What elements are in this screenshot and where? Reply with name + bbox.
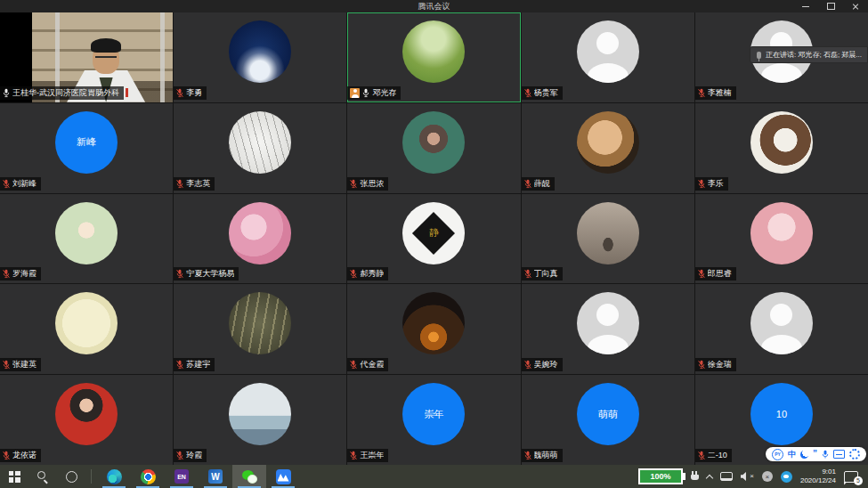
host-badge-icon [350,88,360,98]
avatar-text: 静 [429,226,439,240]
taskbar-clock[interactable]: 9:01 2020/12/24 [800,468,836,485]
participant-name: 刘新峰 [12,178,37,190]
participant-tile[interactable]: 苏建宇 [174,284,346,374]
microphone-icon [524,451,531,460]
participant-avatar [750,202,813,264]
avatar-text: 10 [776,409,787,419]
taskbar-app-chrome[interactable] [131,465,165,488]
avatar-text: 崇年 [424,408,443,421]
participant-name-label: 杨贵军 [522,86,563,100]
participant-tile[interactable]: 玲霞 [174,375,346,465]
notification-center-icon[interactable]: 5 [844,471,858,483]
participant-name-label: 李志英 [174,177,215,191]
pinyin-logo-icon[interactable]: PY [772,449,783,460]
participant-tile[interactable]: 丁向真 [522,194,694,284]
participant-name-label: 郝秀静 [347,267,388,281]
word-icon: W [208,469,223,484]
participant-tile[interactable]: 新峰 刘新峰 [0,103,173,193]
participant-name: 二-10 [708,450,727,461]
participant-tile[interactable]: 崇年 王崇年 [347,375,520,465]
participant-tile[interactable]: 龙依诺 [0,375,173,465]
microphone-icon [524,269,531,279]
participant-avatar [229,383,291,445]
microphone-icon [524,360,531,370]
participant-tile[interactable]: 代金霞 [347,284,520,374]
punctuation-icon[interactable]: ” [813,451,817,457]
speaking-tooltip-text: 正在讲话: 邓光存; 石磊; 郑晨... [766,50,862,60]
taskbar-app-word[interactable]: W [199,465,232,488]
participant-tile[interactable]: 张建英 [0,284,173,374]
taskbar-app-edge[interactable] [97,465,131,488]
participant-tile[interactable]: 萌萌 魏萌萌 [522,375,694,465]
participant-name: 薛靓 [534,178,550,190]
participant-tile[interactable]: 李志英 [174,103,346,193]
participant-tile[interactable]: 张思浓 [347,103,520,193]
participant-grid: 王桂华-武汉同济医院胃肠外科 李勇 邓光存 [0,12,868,465]
participant-avatar: 萌萌 [577,383,639,445]
chevron-up-icon[interactable] [706,474,713,481]
minimize-button[interactable] [793,0,818,12]
ime-toolbar: PY 中 ” [766,447,866,461]
title-bar: 腾讯会议 [0,0,868,12]
participant-name: 玲霞 [186,450,202,461]
participant-tile[interactable]: 李乐 [695,103,868,193]
night-mode-icon[interactable] [800,451,808,459]
cortana-icon [66,471,77,483]
voice-input-icon[interactable] [822,450,829,460]
participant-tile[interactable]: 王桂华-武汉同济医院胃肠外科 [0,12,173,102]
search-button[interactable] [28,465,57,488]
cortana-button[interactable] [57,465,85,488]
microphone-icon [176,88,183,98]
participant-name: 魏萌萌 [534,450,558,461]
participant-name: 代金霞 [360,359,384,370]
chinese-mode-indicator[interactable]: 中 [788,449,796,460]
participant-avatar [750,111,813,174]
maximize-button[interactable] [818,0,843,12]
taskbar-app-tencent-meeting[interactable] [266,465,300,488]
participant-name-label: 王桂华-武汉同济医院胃肠外科 [0,86,124,100]
system-tray: 100% × 9:01 2020/12/24 5 [638,465,868,488]
participant-avatar [577,20,639,83]
speaker-muted-icon[interactable] [741,471,754,482]
participant-name-label: 邓光存 [347,86,401,100]
participant-tile[interactable]: 吴婉玲 [522,284,694,374]
gray-close-icon[interactable]: × [762,471,773,482]
battery-indicator[interactable]: 100% [638,468,683,484]
participant-avatar [229,20,291,83]
microphone-icon [698,269,705,279]
plug-icon[interactable] [691,471,699,483]
keyboard-icon[interactable] [833,450,845,459]
microphone-icon [350,269,357,279]
participant-tile[interactable]: 郎思睿 [695,194,868,284]
touchpad-icon[interactable] [720,472,733,481]
participant-tile[interactable]: 徐金瑞 [695,284,868,374]
taskbar-left: EN W [0,465,300,488]
participant-name: 邓光存 [372,87,396,99]
settings-gear-icon[interactable] [849,449,860,460]
microphone-icon [362,88,369,98]
taskbar-app-wechat[interactable] [232,465,266,488]
blue-app-tray-icon[interactable] [781,471,792,483]
participant-tile[interactable]: 杨贵军 [522,12,694,102]
taskbar-app-endnote[interactable]: EN [165,465,199,488]
participant-avatar [402,20,465,83]
microphone-icon [3,451,10,460]
participant-name: 徐金瑞 [708,359,732,370]
start-button[interactable] [0,465,28,488]
participant-tile[interactable]: 宁夏大学杨易 [174,194,346,284]
participant-tile[interactable]: 薛靓 [522,103,694,193]
microphone-icon [698,88,705,98]
clock-time: 9:01 [822,468,836,476]
participant-tile[interactable]: 静 郝秀静 [347,194,520,284]
participant-avatar [55,383,118,445]
participant-name: 罗海霞 [12,268,37,280]
microphone-icon [350,179,357,189]
participant-name-label: 李勇 [174,86,207,100]
participant-tile[interactable]: 邓光存 [347,12,520,102]
close-button[interactable] [843,0,868,12]
participant-tile[interactable]: 李勇 [174,12,346,102]
microphone-icon [3,360,10,370]
participant-name: 王崇年 [360,450,384,461]
participant-tile[interactable]: 罗海霞 [0,194,173,284]
microphone-icon [3,269,10,279]
